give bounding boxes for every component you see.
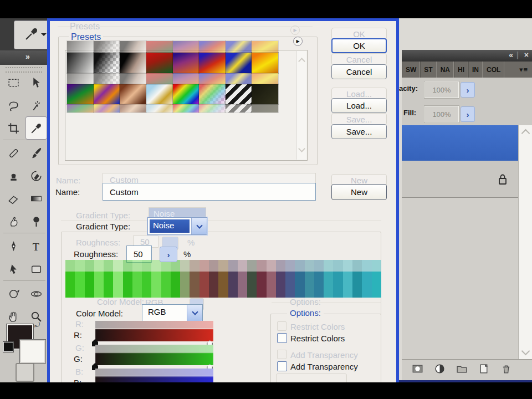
noise-band [267,260,276,272]
dodge-tool[interactable] [26,210,47,232]
scroll-up-icon[interactable] [521,129,530,138]
rotate-3d-tool[interactable] [3,283,24,305]
tools-panel: » T ⤾ [0,18,50,382]
magic-wand-tool[interactable] [26,94,47,116]
pen-tool[interactable] [3,235,24,257]
layer-mask-button[interactable] [412,363,423,377]
eraser-icon [7,192,21,206]
channel-slider-row: G:G: [74,343,218,367]
fill-field[interactable]: 100% [424,106,459,122]
move-tool[interactable] [26,71,47,94]
presets-scrollbar[interactable] [296,51,306,160]
gradient-type-chevron-button[interactable] [191,218,207,234]
gradient-preset-r2c7[interactable] [226,84,252,104]
gradient-preset-r2c2-ghost [94,104,120,112]
gradient-preset-r1c6[interactable] [199,53,226,73]
collapse-panel-icon[interactable]: » [25,52,30,61]
noise-band [65,260,75,272]
gradient-preset-r2c8[interactable] [252,84,278,104]
spot-healing-tool[interactable] [3,142,24,164]
background-layer-row[interactable] [402,161,518,197]
add-transparency-checkbox[interactable] [277,361,287,371]
group-folder-button[interactable] [456,363,468,377]
tool-preset-button[interactable] [14,21,49,49]
presets-scroll-down-icon[interactable] [298,145,305,152]
gradient-preset-r2c5[interactable] [173,84,200,104]
panel-tab-st[interactable]: ST [420,62,436,78]
clone-stamp-tool[interactable] [3,165,24,187]
path-select-tool[interactable] [3,258,24,280]
smudge-tool[interactable] [3,210,24,232]
adjustment-layer-button[interactable] [434,363,446,377]
roughness-arrow-button[interactable]: › [160,247,177,262]
fill-slider-button[interactable]: › [461,106,475,122]
eraser-tool[interactable] [3,187,24,209]
new-layer-button[interactable] [478,363,490,377]
presets-scroll-up-icon[interactable] [298,58,305,65]
gradient-preset-r2c2[interactable] [94,84,120,104]
gradient-tool[interactable] [26,187,47,209]
save-button[interactable]: Save... [331,124,387,139]
options-caption: Options: [287,308,324,318]
gradient-preset-r1c4[interactable] [146,53,173,73]
panel-menu-icon[interactable]: ▾≡ [515,62,532,78]
gradient-preset-r1c2[interactable] [94,53,120,73]
load-button[interactable]: Load... [331,98,387,113]
noise-band [180,272,190,298]
new-button[interactable]: New [331,184,387,200]
panel-tab-col[interactable]: COL [483,62,504,78]
tools-panel-header[interactable]: » [0,50,50,65]
opacity-field[interactable]: 100% [424,81,459,98]
cancel-button[interactable]: Cancel [331,64,387,79]
layers-scrollbar[interactable] [518,125,532,359]
gradient-preset-r2c3[interactable] [120,84,146,104]
restrict-colors-checkbox[interactable] [277,333,287,343]
noise-band [333,260,342,272]
orbit-3d-tool[interactable] [26,283,47,305]
type-tool[interactable]: T [26,235,47,257]
noise-band [218,272,228,298]
gradient-preset-r1c3[interactable] [120,53,146,73]
gradient-preset-r2c1[interactable] [67,84,94,104]
panel-tab-in[interactable]: IN [468,62,483,78]
rectangular-marquee-tool[interactable] [3,71,24,94]
gradient-preset-r1c5[interactable] [173,53,200,73]
selected-layer-row[interactable] [402,125,518,161]
panel-tab-sw[interactable]: SW [402,62,420,78]
quick-mask-button[interactable] [16,363,34,382]
history-brush-tool[interactable] [26,165,47,187]
color-model-chevron-button[interactable] [187,305,202,321]
crop-tool[interactable] [3,117,24,139]
collapse-panels-icon[interactable]: « [509,50,513,59]
brush-tool[interactable] [26,142,47,164]
presets-menu-button[interactable]: ▶ [293,37,303,46]
noise-gradient-preview[interactable] [65,272,381,298]
tool-separator [3,280,45,281]
scroll-down-icon[interactable] [521,347,530,356]
channel-bar[interactable] [95,329,213,341]
lasso-tool[interactable] [3,94,24,116]
default-colors-icon[interactable] [3,342,13,352]
swap-colors-icon[interactable]: ⤾ [34,321,40,329]
preset-row-ghost [67,73,278,84]
gradient-preset-r1c7[interactable] [226,53,252,73]
eyedropper-tool[interactable] [26,117,47,139]
gradient-preset-r2c6[interactable] [199,84,226,104]
opacity-slider-button[interactable]: › [461,82,475,98]
delete-layer-button[interactable] [500,363,512,377]
shape-tool[interactable] [26,258,47,280]
ok-button[interactable]: OK [331,38,387,53]
new-layer-icon [478,363,490,375]
gradient-preset-r2c4-ghost [146,104,173,112]
panel-tab-hi[interactable]: HI [454,62,468,78]
name-field[interactable]: Custom [103,183,316,201]
gradient-preset-r1c8[interactable] [252,53,278,73]
gradient-preset-r1c1[interactable] [67,53,94,73]
gradient-preset-r2c4[interactable] [146,84,173,104]
channel-bar[interactable] [95,352,213,365]
panel-group-header: « | × [402,50,532,62]
background-color-swatch[interactable] [20,340,45,363]
panel-tab-na[interactable]: NA [437,62,454,78]
close-panel-icon[interactable]: × [524,50,529,59]
gradient-type-dropdown[interactable]: Noise [147,217,207,235]
